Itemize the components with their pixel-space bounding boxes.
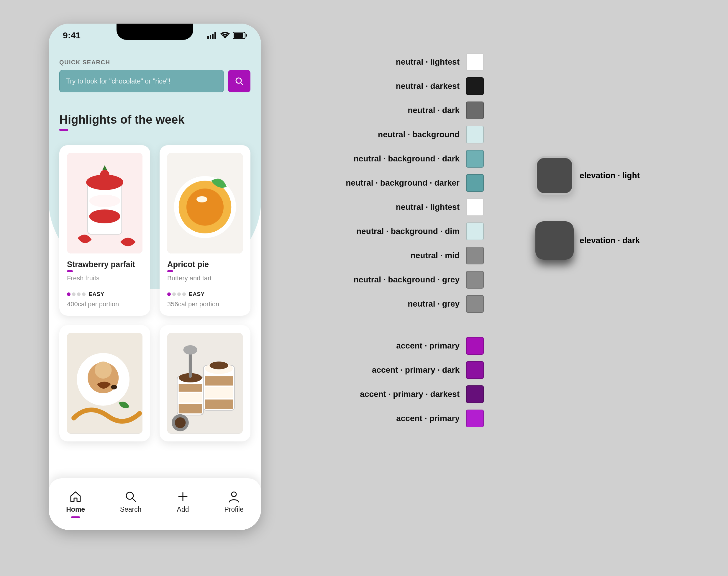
bottom-tabbar: Home Search Add Profile	[49, 478, 261, 530]
home-icon	[69, 490, 82, 503]
tab-underline	[126, 516, 135, 518]
recipe-card[interactable]	[159, 325, 250, 441]
palette-label: neutral · grey	[298, 299, 466, 309]
svg-rect-28	[205, 387, 233, 398]
swatch	[466, 295, 484, 313]
svg-rect-5	[234, 33, 243, 38]
tab-label: Add	[177, 506, 189, 513]
svg-rect-29	[205, 376, 233, 386]
swatch	[466, 150, 484, 168]
palette-label: neutral · dark	[298, 106, 466, 115]
swatch	[466, 174, 484, 192]
tab-label: Home	[66, 506, 85, 513]
palette-label: neutral · background · dim	[298, 227, 466, 236]
svg-point-31	[210, 362, 228, 369]
swatch	[466, 247, 484, 264]
svg-point-14	[100, 170, 110, 179]
tab-label: Search	[120, 506, 142, 513]
svg-point-38	[183, 345, 197, 355]
svg-point-40	[175, 417, 186, 428]
svg-line-8	[241, 83, 243, 85]
swatch	[466, 223, 484, 240]
svg-point-18	[186, 189, 223, 226]
search-icon	[124, 490, 137, 503]
palette-label: accent · primary · dark	[298, 365, 466, 375]
svg-point-24	[111, 385, 117, 390]
recipe-subtitle: Fresh fruits	[67, 275, 143, 282]
svg-rect-2	[212, 34, 214, 39]
svg-rect-3	[214, 32, 216, 39]
search-button[interactable]	[228, 70, 250, 92]
cellular-icon	[207, 32, 217, 39]
svg-point-12	[89, 195, 120, 207]
quick-search-label: QUICK SEARCH	[59, 59, 250, 66]
status-time: 9:41	[63, 30, 81, 40]
recipe-image	[167, 153, 243, 254]
svg-point-23	[95, 362, 112, 379]
tab-search[interactable]: Search	[120, 490, 142, 518]
battery-icon	[233, 32, 247, 39]
phone-notch	[117, 24, 193, 40]
tab-underline	[178, 516, 187, 518]
profile-icon	[228, 490, 240, 503]
swatch	[466, 53, 484, 71]
elevation-panel: elevation · light elevation · dark	[535, 156, 640, 260]
palette-label: neutral · background · darker	[298, 178, 466, 188]
svg-rect-33	[179, 404, 202, 414]
recipe-card[interactable]: Apricot pie Buttery and tart EASY 356cal…	[159, 145, 250, 316]
swatch	[466, 271, 484, 289]
calories-label: 400cal per portion	[67, 300, 143, 308]
palette-panel: neutral · lightest neutral · darkest neu…	[298, 53, 705, 434]
swatch	[466, 102, 484, 119]
recipe-image	[167, 333, 243, 433]
palette-label: neutral · mid	[298, 251, 466, 260]
palette-label: accent · primary	[298, 341, 466, 351]
palette-label: accent · primary	[298, 414, 466, 423]
elevation-dark-swatch	[535, 221, 574, 260]
elevation-label: elevation · dark	[580, 236, 640, 245]
swatch	[466, 77, 484, 95]
recipe-card[interactable]	[59, 325, 150, 441]
recipe-card[interactable]: Strawberry parfait Fresh fruits EASY 400…	[59, 145, 150, 316]
calories-label: 356cal per portion	[167, 300, 243, 308]
search-icon	[235, 77, 244, 86]
difficulty-label: EASY	[89, 291, 104, 297]
svg-rect-34	[179, 393, 202, 403]
recipe-underline	[67, 270, 73, 272]
swatch	[466, 126, 484, 143]
elevation-light-swatch	[535, 156, 574, 195]
recipe-subtitle: Buttery and tart	[167, 275, 243, 282]
svg-point-19	[196, 196, 207, 202]
difficulty-row: EASY	[167, 291, 243, 297]
recipe-image	[67, 153, 143, 254]
title-underline	[59, 129, 68, 131]
recipe-title: Apricot pie	[167, 260, 243, 269]
svg-rect-1	[210, 35, 211, 39]
svg-rect-35	[179, 384, 202, 392]
tab-home[interactable]: Home	[66, 490, 85, 518]
recipe-title: Strawberry parfait	[67, 260, 143, 269]
section-title: Highlights of the week	[59, 113, 250, 126]
svg-line-42	[132, 498, 135, 501]
palette-label: neutral · background · grey	[298, 275, 466, 285]
tab-underline	[230, 516, 238, 518]
svg-rect-6	[246, 34, 247, 36]
difficulty-label: EASY	[189, 291, 205, 297]
tab-profile[interactable]: Profile	[224, 490, 244, 518]
svg-point-45	[232, 492, 236, 497]
palette-label: neutral · lightest	[298, 202, 466, 212]
search-input[interactable]	[59, 70, 224, 92]
swatch	[466, 361, 484, 379]
tab-label: Profile	[224, 506, 244, 513]
palette-label: neutral · darkest	[298, 82, 466, 91]
palette-label: neutral · background · dark	[298, 154, 466, 164]
wifi-icon	[220, 32, 230, 39]
elevation-label: elevation · light	[580, 171, 640, 180]
tab-add[interactable]: Add	[176, 490, 189, 518]
phone-mock: 9:41 QUICK SEARCH Highlights of the week	[49, 24, 261, 530]
svg-point-13	[89, 209, 120, 223]
recipe-image	[67, 333, 143, 433]
palette-label: neutral · lightest	[298, 57, 466, 67]
tab-underline	[71, 516, 80, 518]
svg-rect-27	[205, 400, 233, 409]
